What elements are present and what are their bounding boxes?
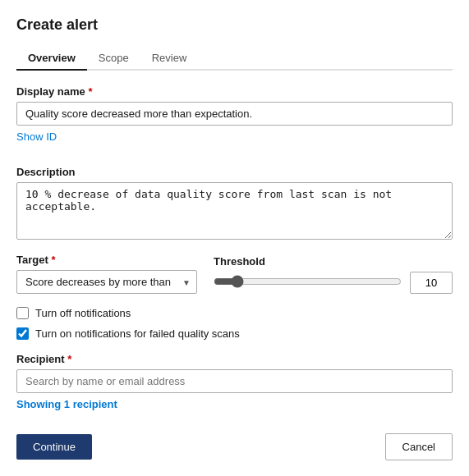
description-input[interactable]: 10 % decrease of data quality score from… xyxy=(16,182,453,240)
cancel-button[interactable]: Cancel xyxy=(385,433,453,460)
showing-recipient-count: 1 xyxy=(64,398,70,410)
display-name-group: Display name xyxy=(16,85,453,126)
display-name-label: Display name xyxy=(16,85,453,98)
continue-button[interactable]: Continue xyxy=(16,434,92,460)
showing-recipient: Showing 1 recipient xyxy=(16,398,453,410)
showing-recipient-suffix: recipient xyxy=(70,398,117,410)
notify-off-checkbox[interactable] xyxy=(16,307,29,319)
footer-buttons: Continue Cancel xyxy=(16,433,453,460)
threshold-group: Threshold xyxy=(214,255,453,294)
tab-overview[interactable]: Overview xyxy=(16,47,87,71)
threshold-slider[interactable] xyxy=(214,275,402,288)
page-title: Create alert xyxy=(16,16,453,34)
threshold-slider-container xyxy=(214,275,402,291)
tab-review[interactable]: Review xyxy=(140,47,199,71)
threshold-value-input[interactable] xyxy=(410,272,453,294)
notify-on-checkbox[interactable] xyxy=(16,327,29,340)
showing-recipient-prefix: Showing xyxy=(16,398,64,410)
target-label: Target xyxy=(16,254,197,266)
target-group: Target Score decreases by more than Scor… xyxy=(16,254,197,294)
threshold-label: Threshold xyxy=(214,255,453,268)
recipient-search-input[interactable] xyxy=(16,369,453,393)
notifications-section: Turn off notifications Turn on notificat… xyxy=(16,307,453,340)
recipient-label: Recipient xyxy=(16,353,453,365)
notify-on-row[interactable]: Turn on notifications for failed quality… xyxy=(16,327,453,340)
notify-on-label: Turn on notifications for failed quality… xyxy=(35,327,240,340)
tab-bar: Overview Scope Review xyxy=(16,47,453,71)
recipient-section: Recipient Showing 1 recipient xyxy=(16,353,453,410)
tab-scope[interactable]: Scope xyxy=(87,47,140,71)
target-select[interactable]: Score decreases by more than Score incre… xyxy=(16,270,197,294)
description-label: Description xyxy=(16,166,453,178)
description-group: Description 10 % decrease of data qualit… xyxy=(16,166,453,242)
threshold-row xyxy=(214,272,453,294)
target-threshold-row: Target Score decreases by more than Scor… xyxy=(16,254,453,294)
notify-off-row[interactable]: Turn off notifications xyxy=(16,307,453,319)
display-name-input[interactable] xyxy=(16,102,453,126)
show-id-link[interactable]: Show ID xyxy=(16,130,57,143)
target-select-wrapper: Score decreases by more than Score incre… xyxy=(16,270,197,294)
notify-off-label: Turn off notifications xyxy=(35,307,131,319)
